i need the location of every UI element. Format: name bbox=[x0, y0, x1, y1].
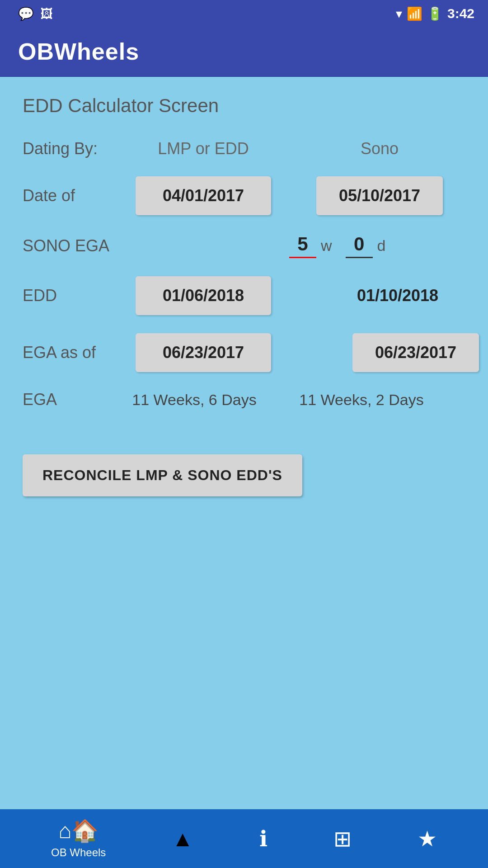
edd-label: EDD bbox=[23, 286, 127, 305]
nav-item-star[interactable]: ★ bbox=[418, 826, 437, 851]
bottom-nav: 🏠 OB Wheels ▲ ℹ ⊞ ★ bbox=[0, 809, 488, 868]
wifi-icon: ▾ bbox=[396, 6, 402, 21]
sono-ega-row: SONO EGA 5 w 0 d bbox=[23, 233, 465, 258]
warning-icon: ▲ bbox=[172, 826, 193, 851]
status-time: 3:42 bbox=[447, 6, 474, 21]
ega-sono-value: 11 Weeks, 2 Days bbox=[298, 391, 425, 409]
ega-as-of-sono[interactable]: 06/23/2017 bbox=[352, 333, 479, 372]
sono-label: Sono bbox=[361, 139, 399, 158]
nav-home-label: OB Wheels bbox=[51, 846, 106, 859]
edd-row: EDD 01/06/2018 01/10/2018 bbox=[23, 276, 465, 315]
battery-icon: 🔋 bbox=[427, 6, 443, 21]
ega-row: EGA 11 Weeks, 6 Days 11 Weeks, 2 Days bbox=[23, 390, 465, 409]
star-icon: ★ bbox=[418, 826, 437, 851]
ega-as-of-lmp[interactable]: 06/23/2017 bbox=[136, 333, 271, 372]
nav-item-info[interactable]: ℹ bbox=[259, 826, 267, 851]
ega-as-of-label: EGA as of bbox=[23, 343, 127, 362]
signal-icon: 📶 bbox=[407, 6, 422, 21]
main-content: EDD Calculator Screen Dating By: LMP or … bbox=[0, 77, 488, 809]
dating-by-row: Dating By: LMP or EDD Sono bbox=[23, 139, 465, 158]
sono-ega-label: SONO EGA bbox=[23, 236, 127, 255]
sono-ega-weeks[interactable]: 5 bbox=[289, 233, 316, 258]
grid-icon: ⊞ bbox=[333, 826, 352, 851]
ega-label: EGA bbox=[23, 390, 127, 409]
screen-title: EDD Calculator Screen bbox=[23, 95, 465, 117]
app-bar: OBWheels bbox=[0, 27, 488, 77]
lmp-date-input[interactable]: 04/01/2017 bbox=[136, 176, 271, 215]
sono-ega-days[interactable]: 0 bbox=[346, 233, 373, 258]
weeks-unit: w bbox=[321, 237, 332, 255]
dating-by-label: Dating By: bbox=[23, 139, 127, 158]
days-unit: d bbox=[377, 237, 386, 255]
ega-lmp-value: 11 Weeks, 6 Days bbox=[127, 391, 262, 409]
ega-as-of-row: EGA as of 06/23/2017 06/23/2017 bbox=[23, 333, 465, 372]
lmp-edd-label: LMP or EDD bbox=[158, 139, 249, 158]
info-icon: ℹ bbox=[259, 826, 267, 851]
date-of-label: Date of bbox=[23, 186, 127, 205]
edd-lmp-value[interactable]: 01/06/2018 bbox=[136, 276, 271, 315]
home-icon: 🏠 bbox=[58, 818, 99, 844]
sono-date-input[interactable]: 05/10/2017 bbox=[316, 176, 443, 215]
nav-item-warning[interactable]: ▲ bbox=[172, 826, 193, 851]
whatsapp-icon: 💬 bbox=[18, 6, 34, 21]
date-of-row: Date of 04/01/2017 05/10/2017 bbox=[23, 176, 465, 215]
reconcile-button[interactable]: RECONCILE LMP & SONO EDD'S bbox=[23, 454, 302, 496]
nav-item-home[interactable]: 🏠 OB Wheels bbox=[51, 818, 106, 859]
edd-sono-value: 01/10/2018 bbox=[357, 286, 438, 305]
nav-item-grid[interactable]: ⊞ bbox=[333, 826, 352, 851]
photo-icon: 🖼 bbox=[40, 6, 53, 21]
app-title: OBWheels bbox=[18, 38, 139, 65]
status-bar: 💬 🖼 ▾ 📶 🔋 3:42 bbox=[0, 0, 488, 27]
